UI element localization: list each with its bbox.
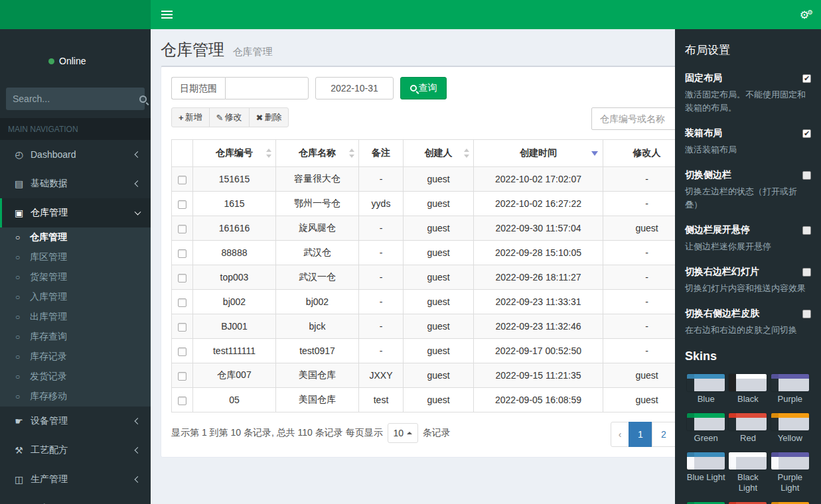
checkbox-checked[interactable]: ✔	[802, 74, 811, 83]
sidebar-subitem-stock-query[interactable]: ○ 库存查询	[0, 327, 151, 347]
gears-icon[interactable]: ⚙⚙	[792, 0, 821, 29]
skin-purple-light[interactable]: Purple Light	[769, 452, 811, 493]
sidebar-subitem-outbound-mgmt[interactable]: ○ 出库管理	[0, 307, 151, 327]
skin-thumbnail	[729, 413, 767, 430]
sidebar-subitem-stock-move[interactable]: ○ 库存移动	[0, 387, 151, 407]
sort-icon[interactable]	[349, 148, 355, 158]
table-header-row: 仓库编号 仓库名称 备注 创建人 创建时间 修改人	[172, 140, 691, 167]
sidebar-search-input[interactable]	[6, 94, 139, 104]
row-checkbox[interactable]	[178, 347, 187, 356]
circle-icon: ○	[15, 292, 26, 302]
table-row[interactable]: 05美国仓库testguest2022-09-05 16:08:59guest	[172, 388, 691, 412]
online-status-label: Online	[59, 56, 86, 66]
sidebar-item-log[interactable]: ▥ 日志管理	[0, 494, 151, 504]
table-row[interactable]: 88888武汉仓-guest2022-09-28 15:10:05-	[172, 241, 691, 265]
sidebar-item-base-data[interactable]: ▤ 基础数据	[0, 169, 151, 198]
table-row[interactable]: 161616旋风腿仓-guest2022-09-30 11:57:04guest	[172, 216, 691, 241]
prev-page-button[interactable]: ‹	[611, 422, 629, 447]
sidebar-item-production[interactable]: ◫ 生产管理	[0, 465, 151, 494]
skin-thumbnail	[687, 374, 725, 391]
col-warehouse-name[interactable]: 仓库名称	[276, 140, 359, 167]
sidebar-subitem-stock-record[interactable]: ○ 库存记录	[0, 347, 151, 367]
chevron-left-icon	[135, 418, 141, 424]
sort-desc-icon[interactable]	[591, 151, 598, 156]
sidebar-item-dashboard[interactable]: ◴ Dashboard	[0, 140, 151, 169]
row-checkbox[interactable]	[178, 372, 187, 381]
checkbox-unchecked[interactable]	[802, 268, 811, 277]
row-checkbox[interactable]	[178, 200, 187, 209]
hamburger-menu-icon[interactable]	[151, 0, 183, 29]
table-row[interactable]: 151615容量很大仓-guest2022-10-02 17:02:07-	[172, 167, 691, 192]
col-creator[interactable]: 创建人	[404, 140, 474, 167]
add-button[interactable]: + 新增	[171, 107, 210, 127]
sidebar-item-recipe[interactable]: ⚒ 工艺配方	[0, 436, 151, 465]
skins-grid: Blue Black Purple	[685, 374, 811, 504]
col-create-time[interactable]: 创建时间	[474, 140, 603, 167]
col-remark[interactable]: 备注	[359, 140, 404, 167]
edit-button[interactable]: ✎ 修改	[209, 107, 250, 127]
skin-red[interactable]: Red	[727, 413, 769, 444]
page-button-2[interactable]: 2	[652, 422, 676, 447]
sidebar-item-device[interactable]: ☛ 设备管理	[0, 407, 151, 436]
brand-logo[interactable]	[0, 0, 151, 29]
checkbox-unchecked[interactable]	[802, 310, 811, 318]
skin-thumbnail	[687, 452, 725, 470]
sidebar-subitem-shelf-mgmt[interactable]: ○ 货架管理	[0, 267, 151, 287]
sidebar-menu: ◴ Dashboard ▤ 基础数据 ▣ 仓库管理 ○ 仓库管理	[0, 140, 151, 504]
sidebar-subitem-warehouse-mgmt[interactable]: ○ 仓库管理	[0, 227, 151, 247]
top-navbar: ⚙⚙	[0, 0, 821, 29]
skin-black-light[interactable]: Black Light	[727, 452, 769, 493]
checkbox-unchecked[interactable]	[802, 226, 811, 235]
sort-icon[interactable]	[266, 148, 272, 158]
sidebar-subitem-inbound-mgmt[interactable]: ○ 入库管理	[0, 287, 151, 307]
col-warehouse-code[interactable]: 仓库编号	[193, 140, 276, 167]
skin-black[interactable]: Black	[727, 374, 769, 405]
page-title: 仓库管理	[161, 39, 224, 60]
sidebar-item-warehouse[interactable]: ▣ 仓库管理	[0, 198, 151, 227]
date-to-input[interactable]	[315, 77, 394, 99]
row-checkbox[interactable]	[178, 249, 187, 258]
row-checkbox[interactable]	[178, 225, 187, 233]
row-checkbox[interactable]	[178, 397, 187, 405]
date-from-input[interactable]	[225, 77, 309, 99]
skin-blue[interactable]: Blue	[685, 374, 727, 405]
row-checkbox[interactable]	[178, 274, 187, 283]
date-range-label: 日期范围	[171, 77, 225, 99]
crud-button-group: + 新增 ✎ 修改 ✖ 删除	[171, 107, 289, 127]
row-checkbox[interactable]	[178, 176, 187, 184]
query-button[interactable]: 查询	[400, 77, 447, 99]
circle-icon: ○	[15, 332, 26, 342]
page-button-1[interactable]: 1	[629, 422, 652, 447]
sort-icon[interactable]	[464, 148, 470, 158]
skin-purple[interactable]: Purple	[769, 374, 811, 405]
delete-button[interactable]: ✖ 删除	[249, 107, 289, 127]
table-row[interactable]: test111111test0917-guest2022-09-17 00:52…	[172, 339, 691, 363]
warehouse-table: 仓库编号 仓库名称 备注 创建人 创建时间 修改人 151615容量很大仓-gu…	[171, 139, 691, 412]
table-row[interactable]: BJ001bjck-guest2022-09-23 11:32:46-	[172, 314, 691, 339]
checkbox-checked[interactable]: ✔	[802, 129, 811, 138]
page-size-dropdown[interactable]: 10	[388, 423, 418, 443]
app-window: ⚙⚙ Online MAIN NAVIGATION ◴ Dashboard ▤ …	[0, 0, 821, 504]
sidebar-search-button[interactable]	[139, 95, 147, 103]
table-row[interactable]: 1615鄂州一号仓yydsguest2022-10-02 16:27:22-	[172, 192, 691, 216]
circle-icon: ○	[15, 392, 26, 401]
row-checkbox[interactable]	[178, 298, 187, 307]
skin-thumbnail	[771, 374, 809, 391]
skin-blue-light[interactable]: Blue Light	[685, 452, 727, 493]
row-checkbox[interactable]	[178, 323, 187, 332]
select-all-header	[172, 140, 193, 167]
caret-up-icon	[407, 432, 412, 434]
database-icon: ▤	[12, 178, 26, 189]
checkbox-unchecked[interactable]	[802, 171, 811, 180]
table-row[interactable]: top003武汉一仓-guest2022-09-26 18:11:27-	[172, 265, 691, 290]
skin-green[interactable]: Green	[685, 413, 727, 444]
table-row[interactable]: bj002bj002-guest2022-09-23 11:33:31-	[172, 290, 691, 314]
skin-yellow[interactable]: Yellow	[769, 413, 811, 444]
chevron-left-icon	[135, 180, 141, 187]
table-row[interactable]: 仓库007美国仓库JXXYguest2022-09-15 11:21:35gue…	[172, 363, 691, 388]
user-panel: Online	[0, 29, 151, 80]
sidebar-subitem-ship-record[interactable]: ○ 发货记录	[0, 367, 151, 387]
sidebar-subitem-zone-mgmt[interactable]: ○ 库区管理	[0, 247, 151, 267]
control-sidebar: 布局设置 固定布局 ✔ 激活固定布局。不能使用固定和装箱的布局。 装箱布局 ✔ …	[675, 29, 821, 504]
circle-icon: ○	[15, 372, 26, 381]
